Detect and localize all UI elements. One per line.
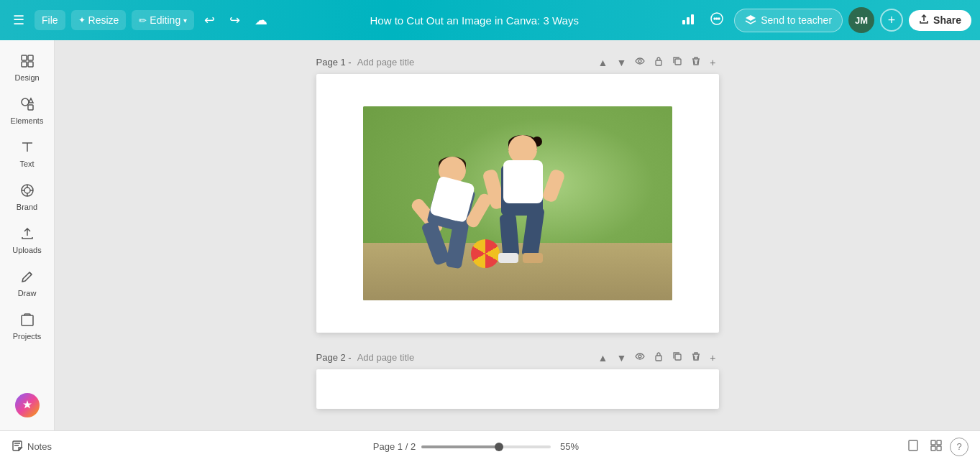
page-2-copy-button[interactable] bbox=[669, 350, 685, 365]
sidebar-item-uploads[interactable]: Uploads bbox=[0, 218, 54, 262]
file-label: File bbox=[42, 14, 58, 26]
comment-button[interactable] bbox=[705, 7, 728, 34]
bottom-bar: Notes Page 1 / 2 55% bbox=[0, 430, 980, 462]
text-icon bbox=[19, 139, 35, 157]
chevron-down-icon: ▼ bbox=[616, 352, 626, 364]
canvas-area[interactable]: Page 1 - Add page title ▲ ▼ bbox=[55, 40, 980, 430]
page-1-add-title[interactable]: Add page title bbox=[357, 57, 415, 68]
sidebar-item-projects[interactable]: Projects bbox=[0, 305, 54, 348]
sidebar-item-assistant[interactable] bbox=[0, 386, 54, 425]
analytics-button[interactable] bbox=[677, 7, 700, 34]
cloud-save-button[interactable]: ☁ bbox=[250, 8, 272, 32]
sidebar-item-elements[interactable]: Elements bbox=[0, 89, 54, 132]
sidebar-text-label: Text bbox=[19, 160, 34, 168]
editing-button[interactable]: ✏ Editing ▾ bbox=[132, 10, 194, 30]
svg-rect-18 bbox=[656, 60, 661, 65]
sidebar-item-brand[interactable]: Brand bbox=[0, 175, 54, 218]
sidebar-draw-label: Draw bbox=[18, 289, 37, 297]
single-page-icon bbox=[907, 442, 920, 454]
share-button[interactable]: Share bbox=[909, 10, 971, 31]
plus-icon: + bbox=[710, 352, 715, 364]
eye-icon bbox=[635, 352, 645, 364]
page-2-add-title[interactable]: Add page title bbox=[357, 352, 415, 363]
svg-rect-10 bbox=[28, 62, 33, 67]
single-page-view-button[interactable] bbox=[904, 436, 922, 458]
page-1-down-button[interactable]: ▼ bbox=[613, 55, 629, 70]
sidebar-item-design[interactable]: Design bbox=[0, 46, 54, 89]
page-2-up-button[interactable]: ▲ bbox=[595, 351, 611, 365]
undo-button[interactable]: ↩ bbox=[200, 8, 219, 32]
page-2-wrapper: Page 2 - Add page title ▲ ▼ bbox=[316, 350, 719, 409]
svg-rect-26 bbox=[931, 446, 935, 451]
chevron-up-icon: ▲ bbox=[598, 57, 608, 68]
zoom-slider-thumb[interactable] bbox=[495, 443, 503, 451]
avatar-initials: JM bbox=[855, 15, 868, 26]
edu-icon bbox=[745, 14, 756, 27]
design-icon bbox=[19, 53, 35, 70]
resize-icon: ✦ bbox=[78, 15, 86, 25]
page-2-down-button[interactable]: ▼ bbox=[613, 351, 629, 365]
svg-rect-21 bbox=[656, 356, 661, 361]
lock-icon bbox=[654, 352, 664, 364]
editing-chevron-down-icon: ▾ bbox=[183, 17, 187, 24]
chevron-up-icon: ▲ bbox=[598, 352, 608, 364]
svg-point-20 bbox=[638, 355, 641, 358]
page-1-delete-button[interactable] bbox=[688, 55, 704, 70]
page-1-label: Page 1 - bbox=[316, 57, 352, 68]
zoom-slider[interactable] bbox=[421, 445, 551, 448]
sidebar-item-draw[interactable]: Draw bbox=[0, 262, 54, 305]
page-1-header: Page 1 - Add page title ▲ ▼ bbox=[316, 55, 719, 70]
redo-icon: ↪ bbox=[229, 12, 240, 28]
resize-label: Resize bbox=[88, 14, 119, 26]
avatar[interactable]: JM bbox=[848, 7, 874, 33]
page-1-add-button[interactable]: + bbox=[707, 55, 718, 70]
main-area: Design Elements Text bbox=[0, 40, 980, 430]
child-right bbox=[493, 135, 557, 257]
resize-button[interactable]: ✦ Resize bbox=[71, 10, 127, 30]
sidebar: Design Elements Text bbox=[0, 40, 55, 430]
child-right-body bbox=[503, 160, 543, 203]
send-to-teacher-button[interactable]: Send to teacher bbox=[734, 9, 843, 32]
child-right-shoe1 bbox=[498, 253, 518, 263]
page-2-add-button[interactable]: + bbox=[707, 351, 718, 365]
page-2-canvas[interactable] bbox=[316, 369, 719, 409]
children-photo bbox=[363, 106, 672, 300]
page-2-label: Page 2 - bbox=[316, 352, 352, 363]
svg-rect-7 bbox=[22, 55, 27, 60]
svg-rect-16 bbox=[22, 315, 33, 325]
sidebar-elements-label: Elements bbox=[11, 116, 44, 125]
sidebar-uploads-label: Uploads bbox=[12, 246, 41, 254]
editing-label: Editing bbox=[150, 14, 180, 26]
page-1-canvas[interactable] bbox=[316, 74, 719, 333]
svg-rect-23 bbox=[909, 440, 917, 451]
child-right-head bbox=[508, 135, 537, 164]
help-button[interactable]: ? bbox=[950, 438, 968, 456]
grid-icon bbox=[930, 442, 943, 454]
file-button[interactable]: File bbox=[35, 10, 65, 30]
add-collaborator-button[interactable]: + bbox=[880, 9, 903, 32]
sidebar-design-label: Design bbox=[14, 73, 39, 82]
svg-point-17 bbox=[638, 60, 641, 63]
page-2-lock-button[interactable] bbox=[651, 350, 667, 365]
svg-point-13 bbox=[24, 188, 30, 193]
page-1-visibility-button[interactable] bbox=[632, 55, 648, 70]
page-1-lock-button[interactable] bbox=[651, 55, 667, 70]
grid-view-button[interactable] bbox=[927, 436, 945, 458]
zoom-level: 55% bbox=[557, 441, 582, 452]
page-1-up-button[interactable]: ▲ bbox=[595, 55, 611, 70]
brand-icon bbox=[19, 183, 35, 200]
page-1-copy-button[interactable] bbox=[669, 55, 685, 70]
page-2-controls: ▲ ▼ bbox=[595, 350, 719, 365]
page-2-visibility-button[interactable] bbox=[632, 350, 648, 365]
trash-icon bbox=[691, 57, 701, 68]
page-2-delete-button[interactable] bbox=[688, 350, 704, 365]
plus-icon: + bbox=[710, 57, 715, 68]
notes-button[interactable]: Notes bbox=[12, 440, 52, 453]
sidebar-item-text[interactable]: Text bbox=[0, 132, 54, 175]
document-title-full: How to Cut Out an Image in Canva: 3 Ways bbox=[370, 14, 578, 27]
hamburger-button[interactable]: ☰ bbox=[9, 8, 29, 32]
page-2-header: Page 2 - Add page title ▲ ▼ bbox=[316, 350, 719, 365]
topbar-right: Send to teacher JM + Share bbox=[677, 7, 971, 34]
redo-button[interactable]: ↪ bbox=[225, 8, 244, 32]
svg-point-6 bbox=[718, 18, 720, 19]
